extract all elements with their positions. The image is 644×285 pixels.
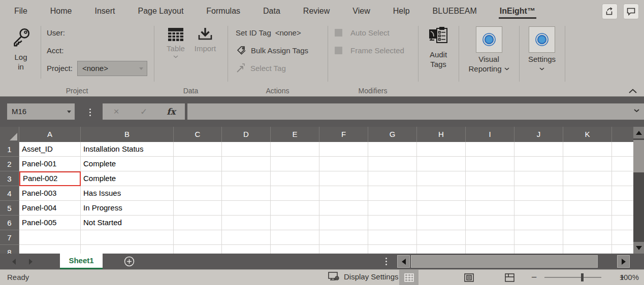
column-header-i[interactable]: I bbox=[466, 127, 514, 142]
cell[interactable] bbox=[514, 186, 563, 201]
cell[interactable] bbox=[563, 245, 612, 254]
next-sheet-button[interactable] bbox=[29, 259, 33, 265]
zoom-slider-thumb[interactable] bbox=[581, 273, 584, 281]
comments-button[interactable] bbox=[623, 4, 639, 19]
cell-A8[interactable] bbox=[19, 245, 81, 254]
column-header-b[interactable]: B bbox=[81, 127, 174, 142]
row-header-4[interactable]: 4 bbox=[0, 186, 19, 201]
cell[interactable] bbox=[514, 216, 563, 230]
tab-review[interactable]: Review bbox=[302, 5, 331, 19]
zoom-slider[interactable] bbox=[544, 277, 601, 278]
cell[interactable] bbox=[271, 186, 319, 201]
enter-button[interactable]: ✓ bbox=[130, 106, 157, 117]
select-tag-button[interactable]: Select Tag bbox=[236, 63, 286, 74]
tab-ineight-active[interactable]: InEight™ bbox=[499, 5, 536, 19]
cell[interactable] bbox=[417, 171, 466, 186]
cell-B7[interactable] bbox=[81, 230, 174, 245]
cell[interactable] bbox=[368, 201, 417, 216]
cell[interactable] bbox=[271, 157, 319, 171]
cell[interactable] bbox=[319, 157, 368, 171]
cell[interactable] bbox=[222, 201, 271, 216]
cell[interactable] bbox=[174, 201, 222, 216]
row-header-7[interactable]: 7 bbox=[0, 230, 19, 245]
cell[interactable] bbox=[417, 186, 466, 201]
cell-A1[interactable]: Asset_ID bbox=[19, 142, 81, 157]
cell[interactable] bbox=[222, 245, 271, 254]
bulk-assign-tags-button[interactable]: Bulk Assign Tags bbox=[236, 46, 308, 55]
tab-bluebeam[interactable]: BLUEBEAM bbox=[432, 5, 478, 19]
cell[interactable] bbox=[612, 216, 633, 230]
log-in-button[interactable]: Log in bbox=[7, 26, 35, 72]
drag-handle-icon[interactable] bbox=[89, 109, 91, 116]
cell-A3-selected[interactable]: Panel-002 bbox=[19, 171, 81, 186]
cell[interactable] bbox=[271, 230, 319, 245]
cell[interactable] bbox=[417, 230, 466, 245]
cell[interactable] bbox=[319, 201, 368, 216]
cell[interactable] bbox=[368, 186, 417, 201]
cell[interactable] bbox=[222, 216, 271, 230]
project-dropdown[interactable]: <none> bbox=[77, 61, 147, 76]
cell[interactable] bbox=[271, 201, 319, 216]
settings-button[interactable] bbox=[529, 26, 555, 53]
cell[interactable] bbox=[612, 171, 633, 186]
cell[interactable] bbox=[222, 142, 271, 157]
set-id-tag-button[interactable]: Set ID Tag <none> bbox=[236, 28, 301, 37]
cell[interactable] bbox=[612, 230, 633, 245]
cell[interactable] bbox=[174, 157, 222, 171]
cell[interactable] bbox=[319, 186, 368, 201]
page-break-view-button[interactable] bbox=[500, 270, 519, 285]
cell-A2[interactable]: Panel-001 bbox=[19, 157, 81, 171]
tab-help[interactable]: Help bbox=[392, 5, 411, 19]
select-all-corner[interactable] bbox=[0, 127, 19, 142]
cell[interactable] bbox=[368, 216, 417, 230]
cell[interactable] bbox=[563, 230, 612, 245]
visual-reporting-label[interactable]: Visual Reporting bbox=[459, 55, 519, 74]
cell[interactable] bbox=[222, 230, 271, 245]
tab-formulas[interactable]: Formulas bbox=[205, 5, 241, 19]
cell[interactable] bbox=[612, 142, 633, 157]
normal-view-button[interactable] bbox=[399, 270, 418, 285]
cell-A6[interactable]: Panel-005 bbox=[19, 216, 81, 230]
column-header-c[interactable]: C bbox=[174, 127, 222, 142]
cancel-button[interactable]: × bbox=[103, 106, 130, 117]
row-header-2[interactable]: 2 bbox=[0, 157, 19, 171]
column-header-a[interactable]: A bbox=[19, 127, 81, 142]
cell[interactable] bbox=[319, 171, 368, 186]
cell[interactable] bbox=[174, 216, 222, 230]
cell[interactable] bbox=[174, 230, 222, 245]
tab-file[interactable]: File bbox=[13, 5, 28, 19]
cell[interactable] bbox=[222, 186, 271, 201]
cell[interactable] bbox=[563, 201, 612, 216]
cell[interactable] bbox=[174, 245, 222, 254]
scroll-down-button[interactable] bbox=[633, 242, 644, 254]
cell[interactable] bbox=[417, 201, 466, 216]
name-box[interactable]: M16 bbox=[7, 103, 75, 120]
tab-insert[interactable]: Insert bbox=[93, 5, 116, 19]
column-header-d[interactable]: D bbox=[222, 127, 271, 142]
sheet-tab-sheet1[interactable]: Sheet1 bbox=[60, 254, 103, 269]
cell[interactable] bbox=[368, 157, 417, 171]
column-header-k[interactable]: K bbox=[563, 127, 612, 142]
cell[interactable] bbox=[417, 245, 466, 254]
cell[interactable] bbox=[563, 142, 612, 157]
cell-B3[interactable]: Complete bbox=[81, 171, 174, 186]
cell[interactable] bbox=[466, 201, 514, 216]
cell[interactable] bbox=[612, 157, 633, 171]
cell[interactable] bbox=[563, 171, 612, 186]
tab-view[interactable]: View bbox=[351, 5, 371, 19]
table-button[interactable]: Table bbox=[162, 27, 189, 58]
cell[interactable] bbox=[466, 230, 514, 245]
row-header-5[interactable]: 5 bbox=[0, 201, 19, 216]
cell[interactable] bbox=[368, 230, 417, 245]
cell-B5[interactable]: In Progress bbox=[81, 201, 174, 216]
cell[interactable] bbox=[417, 216, 466, 230]
zoom-out-button[interactable]: − bbox=[531, 272, 537, 283]
import-button[interactable]: Import bbox=[190, 27, 220, 54]
audit-tags-button[interactable]: Audit Tags bbox=[423, 27, 454, 69]
cell[interactable] bbox=[271, 216, 319, 230]
cell[interactable] bbox=[514, 230, 563, 245]
page-layout-view-button[interactable] bbox=[459, 270, 478, 285]
cell[interactable] bbox=[319, 142, 368, 157]
cell-A4[interactable]: Panel-003 bbox=[19, 186, 81, 201]
cell[interactable] bbox=[271, 171, 319, 186]
